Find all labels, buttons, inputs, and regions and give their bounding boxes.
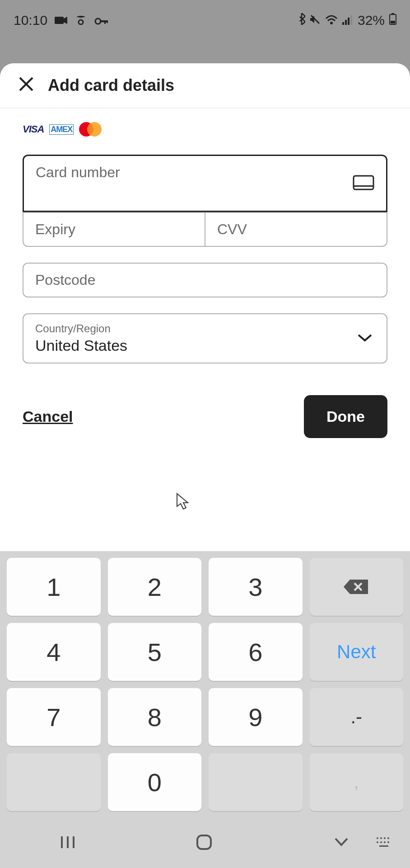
modal-title: Add card details (48, 76, 174, 95)
visa-logo: VISA (23, 123, 44, 135)
country-field[interactable]: Country/Region United States (23, 314, 387, 363)
signal-icon (342, 13, 353, 28)
amex-logo: AMEX (49, 124, 74, 135)
key-blank-left[interactable] (7, 753, 101, 811)
country-value: United States (35, 337, 375, 354)
svg-rect-4 (104, 20, 106, 24)
svg-rect-5 (107, 20, 108, 23)
svg-rect-33 (379, 845, 388, 847)
key-8[interactable]: 8 (108, 688, 202, 746)
svg-point-7 (330, 22, 333, 24)
svg-rect-24 (197, 835, 211, 849)
svg-rect-14 (391, 21, 395, 24)
svg-point-31 (384, 841, 386, 843)
battery-text: 32% (358, 13, 385, 28)
key-blank-right[interactable] (209, 753, 303, 811)
status-bar: 10:10 32% (0, 0, 410, 41)
cvv-label: CVV (217, 221, 375, 238)
nav-keyboard-switcher[interactable] (376, 836, 392, 850)
chevron-down-icon (357, 333, 373, 344)
key-2[interactable]: 2 (108, 558, 202, 616)
vpn-icon (94, 13, 108, 28)
camera-icon (55, 13, 67, 28)
mute-icon (310, 13, 321, 28)
svg-rect-8 (342, 22, 344, 25)
key-next[interactable]: Next (310, 623, 404, 681)
status-time: 10:10 (14, 13, 47, 28)
svg-point-25 (377, 837, 378, 839)
svg-point-32 (387, 841, 389, 843)
expiry-field[interactable]: Expiry (23, 213, 205, 246)
svg-rect-9 (345, 20, 347, 25)
card-number-input[interactable] (36, 183, 374, 203)
svg-rect-3 (100, 20, 107, 22)
key-symbols[interactable]: .- (310, 688, 404, 746)
wifi-icon (325, 13, 338, 28)
postcode-label: Postcode (35, 272, 375, 288)
key-4[interactable]: 4 (7, 623, 101, 681)
svg-point-29 (377, 841, 378, 843)
postcode-field[interactable]: Postcode (23, 264, 387, 297)
card-number-label: Card number (36, 164, 374, 181)
numeric-keyboard: 1 2 3 4 5 6 Next 7 8 9 .- 0 , (0, 551, 410, 818)
close-icon[interactable] (18, 76, 34, 95)
card-icon (353, 175, 374, 192)
bluetooth-icon (298, 13, 305, 28)
card-brand-logos: VISA AMEX (23, 122, 387, 137)
key-5[interactable]: 5 (108, 623, 202, 681)
done-button[interactable]: Done (304, 395, 387, 438)
key-3[interactable]: 3 (209, 558, 303, 616)
svg-rect-11 (350, 15, 352, 25)
country-label: Country/Region (35, 322, 375, 335)
key-7[interactable]: 7 (7, 688, 101, 746)
svg-rect-17 (354, 176, 373, 189)
modal-header: Add card details (0, 63, 410, 108)
nav-back[interactable] (333, 837, 350, 849)
key-6[interactable]: 6 (209, 623, 303, 681)
nav-home[interactable] (196, 834, 213, 853)
expiry-label: Expiry (35, 221, 193, 238)
mastercard-logo (79, 122, 102, 137)
nav-recents[interactable] (60, 835, 75, 852)
svg-point-28 (387, 837, 389, 839)
cvv-field[interactable]: CVV (205, 213, 387, 246)
svg-point-27 (384, 837, 386, 839)
svg-point-30 (380, 841, 382, 843)
key-9[interactable]: 9 (209, 688, 303, 746)
android-nav-bar (0, 818, 410, 868)
svg-point-1 (79, 20, 83, 24)
key-comma[interactable]: , (310, 753, 404, 811)
cast-icon (75, 13, 87, 28)
key-1[interactable]: 1 (7, 558, 101, 616)
battery-icon (389, 13, 396, 28)
svg-rect-10 (348, 18, 349, 25)
add-card-modal: Add card details VISA AMEX Card number E… (0, 63, 410, 868)
key-backspace[interactable] (310, 558, 404, 616)
svg-rect-0 (55, 17, 64, 24)
key-0[interactable]: 0 (108, 753, 202, 811)
cancel-button[interactable]: Cancel (23, 408, 73, 425)
card-number-field[interactable]: Card number (23, 155, 387, 212)
svg-point-26 (380, 837, 382, 839)
svg-rect-18 (354, 185, 373, 187)
